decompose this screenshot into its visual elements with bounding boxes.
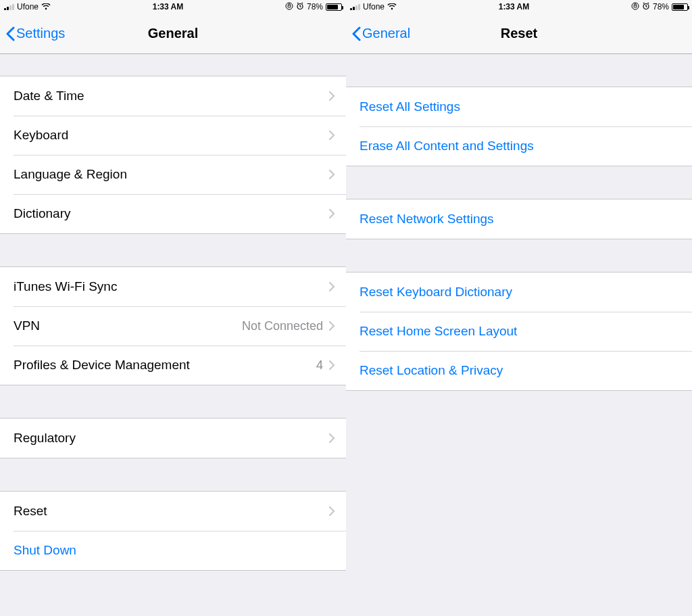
row-reset-network-settings[interactable]: Reset Network Settings (346, 199, 692, 239)
wifi-icon (41, 3, 51, 10)
chevron-left-icon (351, 26, 361, 41)
row-reset-keyboard-dictionary[interactable]: Reset Keyboard Dictionary (346, 273, 692, 312)
chevron-right-icon (328, 360, 335, 371)
reset-settings-screen: Ufone 1:33 AM 78% General Res (346, 0, 692, 616)
row-label: Shut Down (14, 543, 335, 558)
row-label: Language & Region (14, 167, 328, 182)
row-erase-all-content[interactable]: Erase All Content and Settings (346, 126, 692, 166)
row-label: Erase All Content and Settings (360, 139, 681, 153)
cellular-signal-icon (350, 3, 360, 10)
group-reset-shutdown: Reset Shut Down (0, 491, 346, 571)
row-label: Reset Network Settings (360, 212, 681, 227)
row-regulatory[interactable]: Regulatory (0, 419, 346, 458)
row-keyboard[interactable]: Keyboard (0, 116, 346, 155)
chevron-right-icon (328, 169, 335, 180)
chevron-right-icon (328, 281, 335, 292)
row-value: 4 (316, 358, 323, 373)
group-reset-all: Reset All Settings Erase All Content and… (346, 87, 692, 166)
alarm-icon (296, 2, 304, 12)
row-reset-home-screen-layout[interactable]: Reset Home Screen Layout (346, 312, 692, 351)
row-label: iTunes Wi-Fi Sync (14, 279, 328, 294)
chevron-right-icon (328, 506, 335, 517)
nav-bar: General Reset (346, 14, 692, 54)
alarm-icon (642, 2, 650, 12)
battery-percent: 78% (653, 2, 669, 11)
row-label: Reset All Settings (360, 99, 681, 114)
row-shut-down[interactable]: Shut Down (0, 531, 346, 570)
battery-icon (672, 3, 688, 11)
general-settings-screen: Ufone 1:33 AM 78% Settings Ge (0, 0, 346, 616)
battery-percent: 78% (307, 2, 323, 11)
status-time: 1:33 AM (51, 2, 285, 11)
group-reset-misc: Reset Keyboard Dictionary Reset Home Scr… (346, 272, 692, 391)
back-label: Settings (16, 26, 65, 41)
wifi-icon (387, 3, 397, 10)
row-language-region[interactable]: Language & Region (0, 155, 346, 194)
status-bar: Ufone 1:33 AM 78% (0, 0, 346, 14)
row-vpn[interactable]: VPN Not Connected (0, 306, 346, 346)
chevron-right-icon (328, 208, 335, 219)
orientation-lock-icon (285, 2, 293, 12)
status-right: 78% (631, 2, 688, 12)
carrier-label: Ufone (363, 2, 385, 11)
chevron-right-icon (328, 433, 335, 444)
row-reset-all-settings[interactable]: Reset All Settings (346, 87, 692, 126)
group-locale: Date & Time Keyboard Language & Region D… (0, 76, 346, 234)
status-time: 1:33 AM (397, 2, 631, 11)
status-bar: Ufone 1:33 AM 78% (346, 0, 692, 14)
orientation-lock-icon (631, 2, 639, 12)
group-reset-network: Reset Network Settings (346, 199, 692, 239)
status-left: Ufone (4, 2, 51, 11)
row-label: Reset Home Screen Layout (360, 324, 681, 339)
status-left: Ufone (350, 2, 397, 11)
back-button[interactable]: General (346, 26, 410, 41)
row-label: Regulatory (14, 431, 328, 446)
chevron-right-icon (328, 321, 335, 331)
row-label: Reset Location & Privacy (360, 363, 681, 378)
row-itunes-wifi-sync[interactable]: iTunes Wi-Fi Sync (0, 267, 346, 306)
row-reset-location-privacy[interactable]: Reset Location & Privacy (346, 351, 692, 390)
row-label: VPN (14, 318, 242, 333)
general-content: Date & Time Keyboard Language & Region D… (0, 54, 346, 616)
row-label: Date & Time (14, 89, 328, 103)
row-date-time[interactable]: Date & Time (0, 76, 346, 116)
cellular-signal-icon (4, 3, 14, 10)
row-dictionary[interactable]: Dictionary (0, 194, 346, 233)
row-label: Reset Keyboard Dictionary (360, 285, 681, 300)
row-label: Reset (14, 504, 328, 519)
chevron-right-icon (328, 91, 335, 101)
row-label: Dictionary (14, 206, 328, 221)
chevron-left-icon (5, 26, 15, 41)
group-regulatory: Regulatory (0, 418, 346, 458)
nav-bar: Settings General (0, 14, 346, 54)
group-connectivity: iTunes Wi-Fi Sync VPN Not Connected Prof… (0, 266, 346, 385)
carrier-label: Ufone (17, 2, 39, 11)
back-label: General (362, 26, 410, 41)
row-label: Profiles & Device Management (14, 358, 316, 373)
chevron-right-icon (328, 130, 335, 141)
status-right: 78% (285, 2, 342, 12)
row-reset[interactable]: Reset (0, 492, 346, 531)
row-value: Not Connected (242, 319, 323, 333)
reset-content: Reset All Settings Erase All Content and… (346, 54, 692, 616)
battery-icon (326, 3, 342, 11)
row-profiles-device-management[interactable]: Profiles & Device Management 4 (0, 346, 346, 385)
back-button[interactable]: Settings (0, 26, 65, 41)
row-label: Keyboard (14, 128, 328, 143)
